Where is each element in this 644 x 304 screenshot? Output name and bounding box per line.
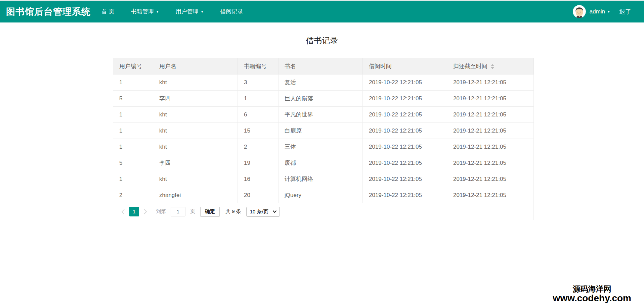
chevron-down-icon[interactable]: ▼	[607, 10, 610, 13]
col-header-username: 用户名	[153, 58, 238, 74]
nav-item-book-management[interactable]: 书籍管理 ▼	[131, 8, 159, 15]
table-header-row: 用户编号 用户名 书籍编号 书名 借阅时间 归还截至时间	[113, 58, 534, 74]
app-title[interactable]: 图书馆后台管理系统	[6, 6, 91, 18]
goto-page-label: 到第	[156, 208, 166, 215]
borrow-records-table: 用户编号 用户名 书籍编号 书名 借阅时间 归还截至时间 1kht3复活2019…	[113, 58, 533, 220]
chevron-down-icon: ▼	[201, 10, 204, 13]
table-row: 1kht6平凡的世界2019-10-22 12:21:052019-12-21 …	[113, 107, 534, 123]
confirm-button[interactable]: 确定	[200, 207, 220, 217]
watermark-url: www.codehy.com	[553, 293, 631, 303]
col-header-borrow-time: 借阅时间	[363, 58, 447, 74]
pagination-bar: 1 到第 页 确定 共 9 条 10 条/页	[113, 203, 533, 220]
page-unit-label: 页	[190, 208, 195, 215]
user-avatar[interactable]	[573, 5, 586, 18]
col-header-return-deadline: 归还截至时间	[447, 58, 534, 74]
logout-link[interactable]: 退了	[619, 8, 631, 16]
table-row: 5李四19废都2019-10-22 12:21:052019-12-21 12:…	[113, 155, 534, 171]
prev-page-button[interactable]	[121, 209, 125, 215]
sort-icon[interactable]	[491, 64, 494, 69]
watermark: 源码海洋网 www.codehy.com	[553, 285, 631, 303]
next-page-button[interactable]	[143, 209, 147, 215]
table-row: 1kht3复活2019-10-22 12:21:052019-12-21 12:…	[113, 74, 534, 91]
user-area: admin ▼ 退了	[573, 5, 631, 18]
nav-item-home[interactable]: 首 页	[101, 8, 115, 15]
total-count-label: 共 9 条	[225, 208, 241, 215]
page-number-button[interactable]: 1	[129, 207, 139, 216]
page-title: 借书记录	[0, 35, 644, 46]
table-row: 1kht16计算机网络2019-10-22 12:21:052019-12-21…	[113, 171, 534, 187]
watermark-site-name: 源码海洋网	[553, 285, 631, 293]
nav-item-borrow-records[interactable]: 借阅记录	[220, 8, 243, 15]
table-row: 2zhangfei20jQuery2019-10-22 12:21:052019…	[113, 187, 534, 203]
chevron-down-icon: ▼	[156, 10, 159, 13]
table-row: 5李四1巨人的陨落2019-10-22 12:21:052019-12-21 1…	[113, 91, 534, 107]
page-size-select[interactable]: 10 条/页	[246, 207, 280, 217]
table-row: 1kht15白鹿原2019-10-22 12:21:052019-12-21 1…	[113, 123, 534, 139]
col-header-book-name: 书名	[278, 58, 363, 74]
col-header-user-id: 用户编号	[113, 58, 153, 74]
username-label[interactable]: admin	[590, 8, 605, 15]
nav-item-user-management[interactable]: 用户管理 ▼	[176, 8, 204, 15]
top-navbar: 图书馆后台管理系统 首 页 书籍管理 ▼ 用户管理 ▼ 借阅记录	[0, 1, 644, 22]
table-row: 1kht2三体2019-10-22 12:21:052019-12-21 12:…	[113, 139, 534, 155]
col-header-book-id: 书籍编号	[238, 58, 278, 74]
page-size-select-wrap: 10 条/页	[246, 207, 280, 217]
goto-page-input[interactable]	[171, 207, 185, 216]
main-nav: 首 页 书籍管理 ▼ 用户管理 ▼ 借阅记录	[101, 8, 260, 15]
